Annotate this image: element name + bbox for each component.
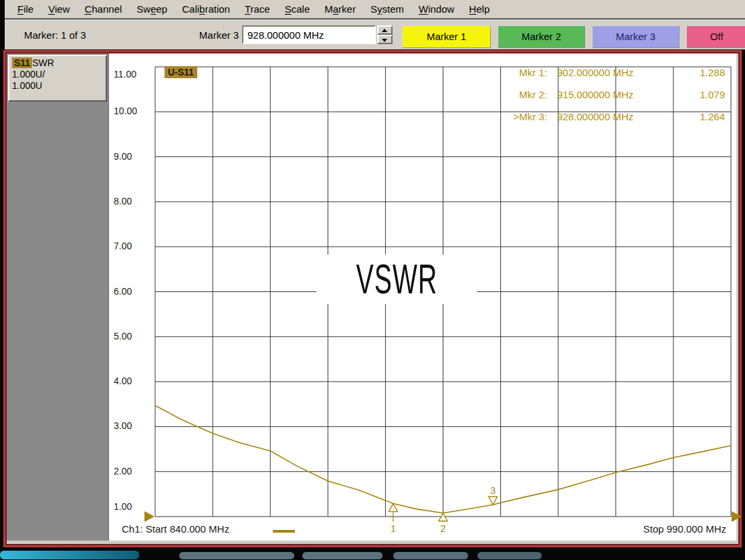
- trace-legend-dash: [273, 530, 295, 533]
- marker-frequency-input[interactable]: [242, 25, 376, 44]
- readout-marker-value: 1.288: [669, 67, 725, 78]
- desktop-artifact: [393, 552, 468, 559]
- marker-toolbar: Marker: 1 of 3 Marker 3 Marker 1 Marker …: [5, 19, 745, 49]
- readout-marker-freq: 928.000000 MHz: [557, 111, 671, 122]
- measurement-title: VSWR: [316, 255, 477, 304]
- menu-item-view[interactable]: View: [41, 1, 77, 17]
- menu-item-system[interactable]: System: [363, 1, 411, 17]
- menu-item-calibration[interactable]: Calibration: [175, 1, 237, 17]
- desktop-artifact: [302, 552, 383, 559]
- menu-item-channel[interactable]: Channel: [77, 1, 129, 17]
- trace-label-badge: U-S11: [165, 66, 197, 78]
- trace-id-badge: S11: [12, 57, 32, 68]
- menu-bar: File View Channel Sweep Calibration Trac…: [5, 0, 745, 19]
- desktop-artifact: [477, 552, 542, 559]
- y-axis-tick-label: 8.00: [114, 196, 150, 206]
- desktop-background: [0, 549, 745, 560]
- marker-status-label: Marker: 1 of 3: [24, 29, 86, 41]
- readout-marker-freq: 915.000000 MHz: [557, 89, 671, 100]
- y-axis-tick-label: 7.00: [114, 241, 150, 251]
- y-axis-tick-label: 11.00: [114, 69, 150, 80]
- channel-start-label: Ch1: Start 840.000 MHz: [122, 523, 229, 535]
- y-axis-tick-label: 1.00: [114, 501, 150, 512]
- trace-status-panel[interactable]: S11SWR 1.000U/ 1.000U: [8, 55, 107, 102]
- y-axis-tick-label: 5.00: [114, 331, 150, 341]
- menu-item-help[interactable]: Help: [461, 1, 497, 17]
- readout-marker-label: >Mkr 3:: [486, 111, 547, 122]
- desktop-artifact: [179, 552, 294, 559]
- y-axis-tick-label: 4.00: [114, 376, 150, 386]
- menu-item-sweep[interactable]: Sweep: [129, 1, 175, 17]
- spinner-up-button[interactable]: [377, 25, 393, 35]
- marker3-button[interactable]: Marker 3: [592, 25, 679, 48]
- y-axis-tick-label: 6.00: [114, 286, 150, 297]
- marker-field-label: Marker 3: [185, 29, 239, 41]
- menu-item-file[interactable]: File: [10, 1, 41, 17]
- marker-off-button[interactable]: Off: [686, 25, 745, 48]
- desktop-artifact: [0, 551, 139, 559]
- stop-frequency-label: Stop 990.000 MHz: [593, 523, 726, 535]
- trace-ref-label: 1.000U: [12, 80, 103, 92]
- marker2-button[interactable]: Marker 2: [498, 25, 585, 48]
- y-axis-tick-label: 2.00: [114, 466, 150, 476]
- readout-marker-freq: 902.000000 MHz: [557, 67, 671, 78]
- menu-item-window[interactable]: Window: [411, 1, 461, 17]
- trace-sidebar: [7, 53, 108, 541]
- trace-scale-label: 1.000U/: [12, 69, 103, 80]
- menu-item-marker[interactable]: Marker: [317, 1, 363, 17]
- marker1-button[interactable]: Marker 1: [402, 25, 491, 48]
- spinner-down-button[interactable]: [377, 35, 393, 44]
- readout-marker-label: Mkr 2:: [486, 89, 547, 100]
- y-axis-tick-label: 9.00: [114, 151, 150, 162]
- menu-item-trace[interactable]: Trace: [237, 1, 278, 17]
- readout-marker-value: 1.264: [669, 111, 725, 122]
- y-axis-tick-label: 3.00: [114, 420, 150, 431]
- trace-format-label: SWR: [32, 57, 54, 68]
- frequency-spinner: [377, 25, 393, 44]
- readout-marker-label: Mkr 1:: [486, 67, 547, 78]
- y-axis-tick-label: 10.00: [114, 106, 150, 116]
- readout-marker-value: 1.079: [669, 89, 725, 100]
- menu-item-scale[interactable]: Scale: [278, 1, 318, 17]
